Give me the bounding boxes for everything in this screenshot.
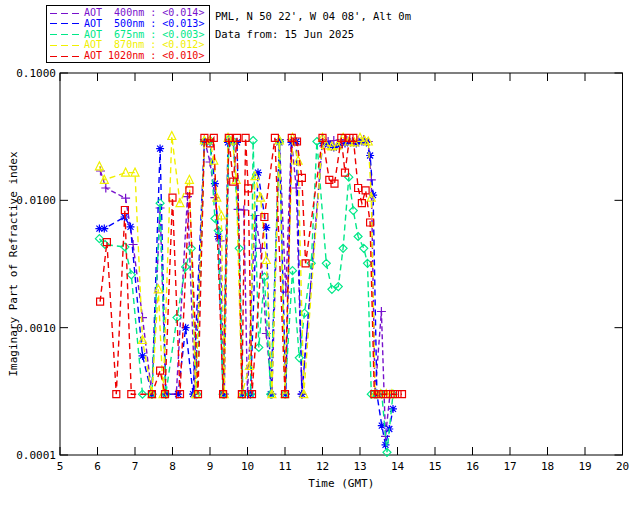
legend-item-1020nm: AOT 1020nm : <0.010> (50, 51, 206, 61)
x-tick-label: 6 (94, 460, 101, 473)
legend-swatch-500nm-icon (50, 23, 80, 24)
y-axis-label: Imaginary Part of Refractive index (7, 151, 20, 377)
y-tick-label: 0.0010 (16, 322, 56, 335)
legend: AOT 400nm : <0.014> AOT 500nm : <0.013> … (46, 5, 210, 63)
legend-swatch-1020nm-icon (50, 56, 80, 57)
plot-window: 5678910111213141516171819200.10000.01000… (0, 0, 640, 512)
legend-label-400nm: AOT 400nm : <0.014> (84, 8, 204, 18)
data-date: Data from: 15 Jun 2025 (215, 25, 411, 43)
x-tick-label: 20 (616, 460, 629, 473)
x-tick-label: 8 (169, 460, 176, 473)
legend-item-675nm: AOT 675nm : <0.003> (50, 30, 206, 40)
chart-svg: 5678910111213141516171819200.10000.01000… (0, 0, 640, 512)
series-aot-500nm (95, 138, 397, 449)
legend-swatch-675nm-icon (50, 34, 80, 35)
legend-label-1020nm: AOT 1020nm : <0.010> (84, 51, 204, 61)
legend-label-675nm: AOT 675nm : <0.003> (84, 30, 204, 40)
legend-label-870nm: AOT 870nm : <0.012> (84, 40, 204, 50)
x-tick-label: 19 (578, 460, 591, 473)
x-tick-label: 16 (466, 460, 479, 473)
legend-item-870nm: AOT 870nm : <0.012> (50, 40, 206, 50)
legend-label-500nm: AOT 500nm : <0.013> (84, 19, 204, 29)
header: PML, N 50 22', W 04 08', Alt 0m Data fro… (215, 7, 411, 43)
x-tick-label: 17 (503, 460, 516, 473)
legend-swatch-400nm-icon (50, 13, 80, 14)
x-tick-label: 9 (207, 460, 214, 473)
legend-item-400nm: AOT 400nm : <0.014> (50, 8, 206, 18)
x-tick-label: 15 (428, 460, 441, 473)
x-tick-label: 18 (541, 460, 554, 473)
y-tick-label: 0.0100 (16, 194, 56, 207)
x-tick-label: 10 (241, 460, 254, 473)
series-line (99, 142, 393, 445)
x-tick-label: 5 (57, 460, 64, 473)
x-tick-label: 14 (391, 460, 405, 473)
legend-swatch-870nm-icon (50, 45, 80, 46)
x-tick-label: 11 (278, 460, 291, 473)
axis-tick-labels: 5678910111213141516171819200.10000.01000… (16, 67, 629, 473)
x-tick-label: 13 (353, 460, 366, 473)
x-tick-label: 7 (132, 460, 139, 473)
y-tick-label: 0.1000 (16, 67, 56, 80)
y-tick-label: 0.0001 (16, 449, 56, 462)
station-location: PML, N 50 22', W 04 08', Alt 0m (215, 7, 411, 25)
x-tick-label: 12 (316, 460, 329, 473)
asterisk-marker-icon (95, 138, 397, 449)
x-axis-label: Time (GMT) (308, 477, 374, 490)
legend-item-500nm: AOT 500nm : <0.013> (50, 19, 206, 29)
axes (60, 73, 623, 455)
